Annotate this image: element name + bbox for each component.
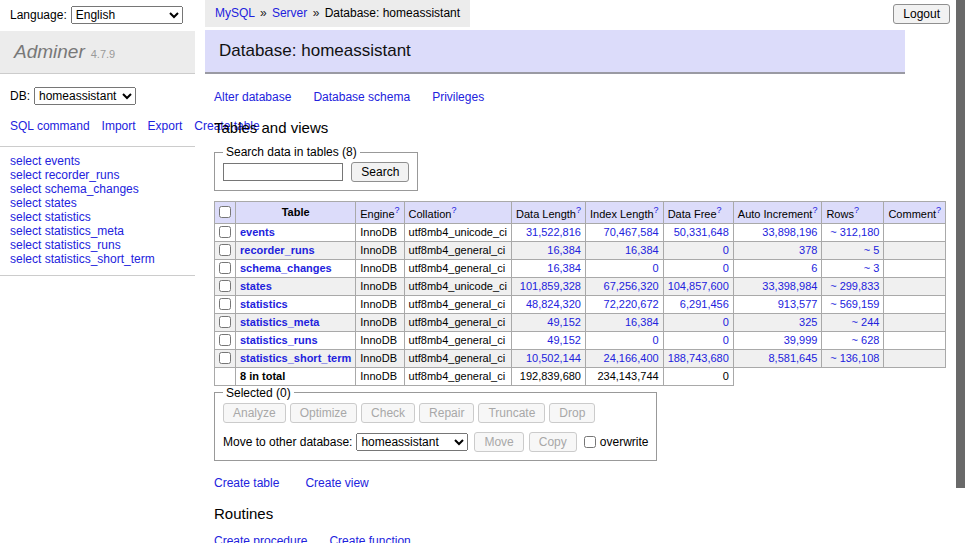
language-select[interactable]: English	[71, 6, 183, 24]
index-length-link[interactable]: 16,384	[625, 316, 659, 328]
rows-count-link[interactable]: ~ 136,108	[830, 352, 879, 364]
export-link[interactable]: Export	[148, 119, 183, 133]
table-name-link[interactable]: statistics	[240, 298, 288, 310]
table-name-link[interactable]: states	[240, 280, 272, 292]
row-checkbox[interactable]	[219, 316, 231, 328]
sidebar-select-link[interactable]: select recorder_runs	[10, 168, 195, 182]
sidebar-select-link[interactable]: select events	[10, 154, 195, 168]
data-free-link[interactable]: 6,291,456	[680, 298, 729, 310]
help-icon[interactable]: ?	[936, 205, 941, 215]
sidebar-select-link[interactable]: select statistics_short_term	[10, 252, 195, 266]
sidebar-select-link[interactable]: select states	[10, 196, 195, 210]
row-checkbox[interactable]	[219, 352, 231, 364]
data-length-link[interactable]: 48,824,320	[526, 298, 581, 310]
move-db-select[interactable]: homeassistant	[356, 433, 468, 451]
create-function-link[interactable]: Create function	[329, 534, 410, 543]
data-length-link[interactable]: 101,859,328	[520, 280, 581, 292]
index-length-link[interactable]: 70,467,584	[604, 226, 659, 238]
data-free-link[interactable]: 188,743,680	[668, 352, 729, 364]
table-name-link[interactable]: events	[240, 226, 275, 238]
rows-count-link[interactable]: ~ 5	[864, 244, 880, 256]
overwrite-checkbox[interactable]	[584, 436, 596, 448]
help-icon[interactable]: ?	[395, 205, 400, 215]
auto-increment-link[interactable]: 913,577	[778, 298, 818, 310]
auto-increment-link[interactable]: 39,999	[784, 334, 818, 346]
auto-increment-link[interactable]: 33,898,196	[762, 226, 817, 238]
comment-value	[884, 277, 946, 295]
auto-increment-link[interactable]: 8,581,645	[768, 352, 817, 364]
sidebar-select-link[interactable]: select statistics_meta	[10, 224, 195, 238]
row-checkbox[interactable]	[219, 280, 231, 292]
data-free-link[interactable]: 0	[723, 334, 729, 346]
index-length-link[interactable]: 72,220,672	[604, 298, 659, 310]
row-checkbox[interactable]	[219, 334, 231, 346]
rows-count-link[interactable]: ~ 3	[864, 262, 880, 274]
index-length-link[interactable]: 0	[653, 262, 659, 274]
index-length-link[interactable]: 67,256,320	[604, 280, 659, 292]
db-select[interactable]: homeassistant	[34, 87, 136, 105]
create-procedure-link[interactable]: Create procedure	[214, 534, 307, 543]
row-checkbox[interactable]	[219, 262, 231, 274]
breadcrumb-mysql-link[interactable]: MySQL	[215, 6, 255, 20]
rows-count-link[interactable]: ~ 569,159	[830, 298, 879, 310]
table-name-link[interactable]: recorder_runs	[240, 244, 315, 256]
auto-increment-link[interactable]: 33,398,984	[762, 280, 817, 292]
index-length-link[interactable]: 16,384	[625, 244, 659, 256]
sidebar-select-link[interactable]: select statistics_runs	[10, 238, 195, 252]
help-icon[interactable]: ?	[812, 205, 817, 215]
index-length-link[interactable]: 24,166,400	[604, 352, 659, 364]
data-length-link[interactable]: 31,522,816	[526, 226, 581, 238]
comment-value	[884, 331, 946, 349]
auto-increment-link[interactable]: 6	[811, 262, 817, 274]
auto-increment-link[interactable]: 325	[799, 316, 817, 328]
row-checkbox[interactable]	[219, 298, 231, 310]
data-free-link[interactable]: 50,331,648	[674, 226, 729, 238]
data-length-link[interactable]: 10,502,144	[526, 352, 581, 364]
table-name-link[interactable]: statistics_runs	[240, 334, 318, 346]
database-schema-link[interactable]: Database schema	[313, 90, 410, 104]
help-icon[interactable]: ?	[717, 205, 722, 215]
import-link[interactable]: Import	[102, 119, 136, 133]
data-free-link[interactable]: 104,857,600	[668, 280, 729, 292]
table-name-link[interactable]: statistics_meta	[240, 316, 320, 328]
data-free-link[interactable]: 0	[723, 316, 729, 328]
vertical-scrollbar[interactable]	[956, 0, 965, 488]
breadcrumb-server-link[interactable]: Server	[272, 6, 307, 20]
data-free-link[interactable]: 0	[723, 262, 729, 274]
sql-command-link[interactable]: SQL command	[10, 119, 90, 133]
help-icon[interactable]: ?	[854, 205, 859, 215]
rows-count-link[interactable]: ~ 628	[852, 334, 880, 346]
table-name-link[interactable]: schema_changes	[240, 262, 332, 274]
data-length-link[interactable]: 16,384	[547, 244, 581, 256]
data-free-link[interactable]: 0	[723, 244, 729, 256]
sidebar-table-list: select eventsselect recorder_runsselect …	[0, 146, 195, 276]
tables-list: Table Engine? Collation? Data Length? In…	[214, 201, 946, 386]
help-icon[interactable]: ?	[654, 205, 659, 215]
row-select-cell	[215, 349, 236, 367]
breadcrumb: MySQL » Server » Database: homeassistant	[205, 0, 470, 27]
privileges-link[interactable]: Privileges	[432, 90, 484, 104]
auto-increment-link[interactable]: 378	[799, 244, 817, 256]
rows-count-link[interactable]: ~ 299,833	[830, 280, 879, 292]
sidebar-select-link[interactable]: select statistics	[10, 210, 195, 224]
search-input[interactable]	[223, 163, 343, 181]
help-icon[interactable]: ?	[576, 205, 581, 215]
rows-count-link[interactable]: ~ 312,180	[830, 226, 879, 238]
table-name-link[interactable]: statistics_short_term	[240, 352, 351, 364]
help-icon[interactable]: ?	[451, 205, 456, 215]
data-length-link[interactable]: 49,152	[547, 334, 581, 346]
data-length-link[interactable]: 49,152	[547, 316, 581, 328]
index-length-link[interactable]: 0	[653, 334, 659, 346]
data-length-link[interactable]: 16,384	[547, 262, 581, 274]
select-all-checkbox[interactable]	[219, 206, 231, 218]
alter-database-link[interactable]: Alter database	[214, 90, 291, 104]
create-view-link[interactable]: Create view	[305, 476, 368, 490]
logout-button[interactable]: Logout	[893, 4, 950, 24]
rows-count-link[interactable]: ~ 244	[852, 316, 880, 328]
create-table-link[interactable]: Create table	[214, 476, 279, 490]
sidebar-select-link[interactable]: select schema_changes	[10, 182, 195, 196]
table-row: schema_changesInnoDButf8mb4_general_ci16…	[215, 259, 946, 277]
search-button[interactable]: Search	[351, 162, 409, 182]
row-checkbox[interactable]	[219, 244, 231, 256]
row-checkbox[interactable]	[219, 226, 231, 238]
